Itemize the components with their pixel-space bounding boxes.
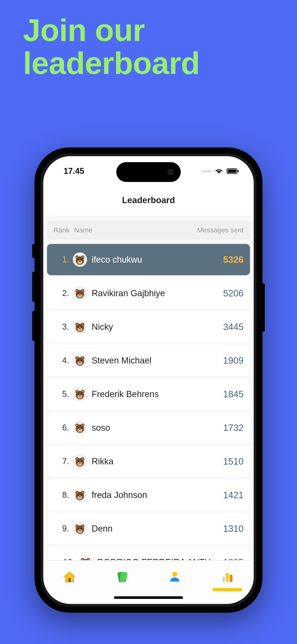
columns-header: Rank Name Messages sent: [47, 220, 250, 240]
user-name: soso: [92, 423, 223, 433]
cards-icon: [115, 570, 130, 584]
messages-count: 5326: [223, 254, 244, 265]
leaderboard-row[interactable]: 1. ifeco chukwu 5326: [47, 244, 250, 275]
user-name: Steven Michael: [92, 356, 223, 366]
phone-screen: 17.45 Leaderboard Ra: [43, 156, 254, 604]
messages-count: 1285: [223, 557, 244, 560]
avatar: [73, 252, 87, 267]
hero-line1: Join our: [23, 14, 200, 47]
rank-number: 2.: [54, 288, 71, 298]
avatar: [73, 488, 87, 502]
hero-line2: leaderboard: [23, 47, 200, 80]
rank-number: 7.: [54, 456, 71, 466]
rank-number: 10.: [54, 558, 76, 560]
leaderboard-row[interactable]: 8. freda Johnson 1421: [47, 479, 250, 511]
tab-leaderboard[interactable]: [210, 566, 245, 588]
cellular-icon: [202, 170, 211, 172]
messages-count: 1510: [223, 456, 244, 467]
home-indicator: [114, 596, 183, 599]
avatar: [73, 420, 87, 435]
column-name: Name: [74, 226, 197, 234]
tab-home[interactable]: [52, 566, 87, 588]
avatar: [78, 555, 92, 560]
app-header: Leaderboard: [43, 186, 254, 215]
dynamic-island: [116, 162, 181, 182]
battery-icon: [226, 168, 239, 174]
messages-count: 5206: [223, 288, 244, 298]
status-time: 17.45: [64, 166, 84, 176]
rank-number: 8.: [54, 490, 71, 500]
messages-count: 1909: [223, 356, 244, 366]
column-rank: Rank: [54, 226, 74, 234]
leaderboard-row[interactable]: 10. RODRIGO FERREIRA ANTU… 1285: [47, 546, 250, 560]
user-name: RODRIGO FERREIRA ANTU…: [97, 558, 223, 560]
user-name: Nicky: [92, 322, 223, 332]
messages-count: 1310: [223, 524, 244, 534]
avatar: [73, 286, 87, 300]
rank-number: 4.: [54, 356, 71, 365]
leaderboard-row[interactable]: 2. Ravikiran Gajbhiye 5206: [47, 278, 250, 309]
messages-count: 3445: [223, 322, 244, 332]
home-icon: [62, 570, 77, 584]
user-name: Frederik Behrens: [92, 389, 223, 399]
avatar: [73, 353, 87, 368]
user-name: Ravikiran Gajbhiye: [92, 288, 223, 298]
leaderboard-row[interactable]: 9. Denn 1310: [47, 513, 250, 544]
rank-number: 5.: [54, 389, 71, 399]
status-indicators: [202, 168, 239, 174]
leaderboard-row[interactable]: 7. Rikka 1510: [47, 446, 250, 477]
rank-number: 6.: [54, 423, 71, 432]
rank-number: 3.: [54, 322, 71, 332]
avatar: [73, 454, 87, 468]
leaderboard-row[interactable]: 6. soso 1732: [47, 412, 250, 444]
leaderboard-content[interactable]: Rank Name Messages sent 1. ifeco chukwu …: [43, 215, 254, 560]
tab-cards[interactable]: [105, 566, 140, 588]
avatar: [73, 320, 87, 334]
messages-count: 1421: [223, 490, 244, 500]
page-title: Leaderboard: [43, 195, 254, 205]
messages-count: 1732: [223, 423, 244, 433]
leaderboard-row[interactable]: 5. Frederik Behrens 1845: [47, 378, 250, 410]
column-messages: Messages sent: [197, 226, 244, 234]
rank-number: 1.: [54, 255, 71, 264]
avatar: [73, 522, 87, 536]
person-icon: [168, 570, 182, 584]
user-name: Denn: [92, 524, 223, 534]
leaderboard-row[interactable]: 4. Steven Michael 1909: [47, 345, 250, 376]
user-name: ifeco chukwu: [92, 255, 223, 265]
wifi-icon: [215, 168, 223, 174]
phone-frame: 17.45 Leaderboard Ra: [34, 148, 262, 613]
tab-profile[interactable]: [158, 566, 192, 588]
messages-count: 1845: [223, 389, 244, 400]
hero-title: Join our leaderboard: [23, 14, 200, 80]
leaderboard-row[interactable]: 3. Nicky 3445: [47, 311, 250, 342]
rank-number: 9.: [54, 524, 71, 534]
phone-bezel: 17.45 Leaderboard Ra: [40, 154, 256, 607]
bars-icon: [220, 570, 235, 584]
avatar: [73, 387, 87, 401]
user-name: Rikka: [92, 456, 223, 466]
user-name: freda Johnson: [92, 490, 223, 500]
